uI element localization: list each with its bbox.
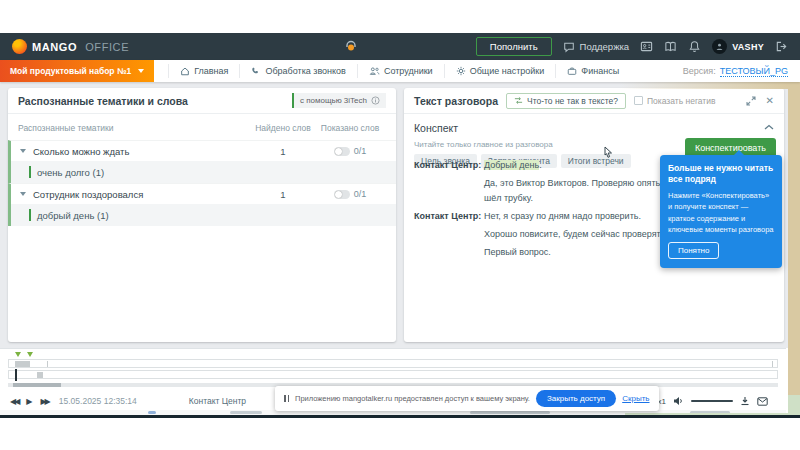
word-marker-icon[interactable] bbox=[15, 352, 21, 357]
headset-icon bbox=[344, 39, 358, 53]
scrollbar-thumb[interactable] bbox=[13, 383, 61, 387]
book-icon[interactable] bbox=[664, 40, 677, 53]
caret-down-icon bbox=[20, 149, 26, 153]
home-icon bbox=[180, 66, 190, 76]
people-icon bbox=[369, 66, 380, 76]
tab-label: Главная bbox=[194, 66, 228, 76]
collapse-icon[interactable] bbox=[764, 124, 774, 130]
version-label: Версия: bbox=[683, 66, 716, 76]
summary-title: Конспект bbox=[414, 122, 774, 134]
fast-forward-button[interactable]: ▶▶ bbox=[40, 397, 48, 406]
checkbox-icon bbox=[634, 96, 643, 105]
summarize-tooltip: Больше не нужно читать все подряд Нажмит… bbox=[660, 155, 782, 268]
transcript-title: Текст разговора bbox=[414, 95, 498, 107]
waveform-track-1[interactable] bbox=[8, 359, 778, 368]
report-text-issue-button[interactable]: Что-то не так в тексте? bbox=[506, 93, 626, 109]
logout-icon[interactable] bbox=[775, 40, 788, 53]
show-words-toggle[interactable] bbox=[334, 190, 350, 199]
background-window-edge bbox=[620, 82, 788, 89]
volume-slider[interactable] bbox=[691, 400, 733, 402]
track-speaker-label: Контакт Центр bbox=[189, 396, 246, 406]
swap-arrows-icon bbox=[514, 96, 523, 105]
content-area: Распознанные тематики и слова с помощью … bbox=[0, 82, 788, 348]
show-negative-checkbox[interactable]: Показать негатив bbox=[634, 96, 716, 106]
speaker-label: Контакт Центр: bbox=[414, 209, 484, 224]
user-menu[interactable]: VASHY bbox=[712, 39, 764, 54]
playhead[interactable] bbox=[15, 369, 17, 381]
word-label: очень долго (1) bbox=[37, 167, 104, 178]
topics-table-header: Распознанные тематики Найдено слов Показ… bbox=[8, 114, 396, 140]
stop-sharing-button[interactable]: Закрыть доступ bbox=[536, 390, 616, 407]
product-selector[interactable]: Мой продуктовый набор №1 bbox=[0, 60, 154, 82]
brand-suffix: OFFICE bbox=[85, 41, 129, 53]
email-icon[interactable] bbox=[757, 397, 768, 406]
screenshare-text: Приложению mangotalker.ru предоставлен д… bbox=[295, 394, 530, 403]
column-shown: Показано слов bbox=[314, 123, 386, 133]
topic-found-count: 1 bbox=[252, 146, 314, 157]
hide-banner-link[interactable]: Скрыть bbox=[622, 394, 649, 403]
waveform-track-2[interactable] bbox=[8, 370, 778, 379]
column-found: Найдено слов bbox=[252, 123, 314, 133]
background-window-strip bbox=[788, 395, 800, 415]
volume-icon[interactable] bbox=[673, 396, 684, 406]
background-window-strip bbox=[788, 82, 800, 395]
window-bottom-edge bbox=[0, 415, 800, 418]
mouse-cursor-icon bbox=[604, 146, 613, 158]
word-row[interactable]: очень долго (1) bbox=[8, 161, 396, 183]
3itech-badge-label: с помощью 3iTech bbox=[300, 96, 367, 105]
nav-bar: Мой продуктовый набор №1 Главная Обработ… bbox=[0, 60, 800, 82]
word-marker bbox=[29, 209, 31, 221]
play-button[interactable]: ▶ bbox=[26, 397, 32, 406]
tab-calls[interactable]: Обработка звонков bbox=[239, 64, 357, 77]
tab-home[interactable]: Главная bbox=[168, 64, 239, 77]
tab-settings[interactable]: Общие настройки bbox=[444, 64, 556, 77]
tooltip-ok-button[interactable]: Понятно bbox=[668, 242, 719, 259]
tab-employees[interactable]: Сотрудники bbox=[357, 64, 444, 77]
word-marker bbox=[29, 166, 31, 178]
topic-row[interactable]: Сотрудник поздоровался 1 0/1 bbox=[8, 183, 396, 204]
version-link[interactable]: ТЕСТОВЫЙ_PG bbox=[720, 66, 788, 77]
topic-shown-count: 0/1 bbox=[354, 189, 367, 199]
phone-icon bbox=[251, 66, 261, 76]
column-topics: Распознанные тематики bbox=[18, 123, 252, 133]
bell-icon[interactable] bbox=[688, 40, 701, 53]
pause-icon[interactable] bbox=[284, 395, 289, 402]
product-selector-label: Мой продуктовый набор №1 bbox=[10, 66, 131, 76]
word-marker-icon[interactable] bbox=[27, 352, 33, 357]
user-name: VASHY bbox=[732, 42, 764, 52]
topic-label: Сотрудник поздоровался bbox=[33, 189, 252, 200]
screenshare-banner: Приложению mangotalker.ru предоставлен д… bbox=[275, 386, 659, 411]
transcript-panel: Текст разговора Что-то не так в тексте? … bbox=[404, 88, 784, 342]
info-icon[interactable] bbox=[371, 96, 380, 105]
rewind-button[interactable]: ◀◀ bbox=[10, 397, 18, 406]
3itech-badge: с помощью 3iTech bbox=[292, 93, 386, 108]
word-row[interactable]: добрый день (1) bbox=[8, 204, 396, 226]
speaker-label bbox=[414, 176, 484, 206]
app-header: MANGO OFFICE Пополнить Поддержка VASHY bbox=[0, 33, 800, 60]
tab-finance[interactable]: Финансы bbox=[555, 64, 630, 77]
chevron-down-icon bbox=[138, 69, 144, 73]
tooltip-title: Больше не нужно читать все подряд bbox=[668, 163, 774, 185]
mango-office-logo: MANGO OFFICE bbox=[12, 39, 129, 54]
tab-label: Обработка звонков bbox=[265, 66, 346, 76]
speaker-label bbox=[414, 227, 484, 242]
topics-panel-title: Распознанные тематики и слова bbox=[18, 95, 188, 107]
topic-row[interactable]: Сколько можно ждать 1 0/1 bbox=[8, 140, 396, 161]
download-icon[interactable] bbox=[740, 396, 750, 406]
gear-icon bbox=[456, 66, 466, 76]
support-button[interactable]: Поддержка bbox=[563, 41, 630, 53]
playback-speed[interactable]: x1 bbox=[658, 397, 666, 406]
speaker-label bbox=[414, 245, 484, 260]
record-datetime: 15.05.2025 12:35:14 bbox=[59, 396, 137, 406]
topup-button[interactable]: Пополнить bbox=[476, 37, 552, 56]
word-label: добрый день (1) bbox=[37, 210, 109, 221]
show-negative-label: Показать негатив bbox=[647, 96, 716, 106]
contact-card-icon[interactable] bbox=[640, 40, 653, 53]
topic-label: Сколько можно ждать bbox=[33, 146, 252, 157]
close-icon[interactable]: ✕ bbox=[766, 96, 774, 106]
expand-icon[interactable] bbox=[746, 96, 756, 106]
caret-down-icon bbox=[20, 192, 26, 196]
tooltip-body: Нажмите «Конспектировать» и получите кон… bbox=[668, 190, 774, 235]
show-words-toggle[interactable] bbox=[334, 147, 350, 156]
speaker-label: Контакт Центр: bbox=[414, 158, 484, 173]
